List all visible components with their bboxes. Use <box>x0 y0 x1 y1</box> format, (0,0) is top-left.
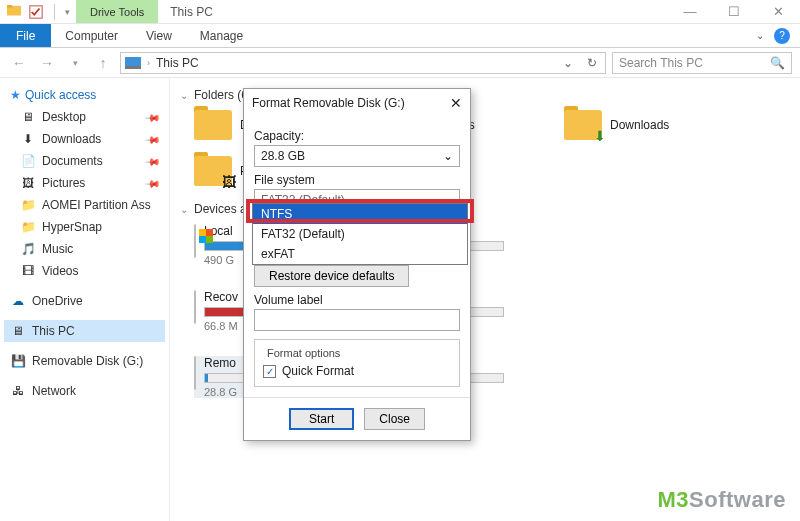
address-dropdown-icon[interactable]: ⌄ <box>559 56 577 70</box>
sidebar-item-pictures[interactable]: 🖼Pictures📌 <box>4 172 165 194</box>
sidebar-onedrive[interactable]: ☁OneDrive <box>4 290 165 312</box>
dialog-close-button[interactable]: ✕ <box>450 95 462 111</box>
folder-icon: 📁 <box>20 219 36 235</box>
quick-format-label: Quick Format <box>282 364 354 378</box>
refresh-icon[interactable]: ↻ <box>583 56 601 70</box>
checkbox-icon: ✓ <box>263 365 276 378</box>
drive-icon <box>194 290 196 324</box>
sidebar-item-downloads[interactable]: ⬇Downloads📌 <box>4 128 165 150</box>
sidebar-item-documents[interactable]: 📄Documents📌 <box>4 150 165 172</box>
ribbon-tab-computer[interactable]: Computer <box>51 24 132 47</box>
sidebar-quick-access-label: Quick access <box>25 88 96 102</box>
sidebar-item-label: Downloads <box>42 132 101 146</box>
sidebar-item-hypersnap[interactable]: 📁HyperSnap <box>4 216 165 238</box>
format-options-legend: Format options <box>263 347 344 359</box>
app-icon <box>6 4 22 20</box>
usb-icon: 💾 <box>10 353 26 369</box>
window-title: This PC <box>158 0 668 23</box>
volume-label-input[interactable] <box>254 309 460 331</box>
onedrive-icon: ☁ <box>10 293 26 309</box>
chevron-down-icon: ⌄ <box>443 149 453 163</box>
quick-format-checkbox[interactable]: ✓ Quick Format <box>263 364 451 378</box>
sidebar-network[interactable]: 🖧Network <box>4 380 165 402</box>
help-icon[interactable]: ? <box>774 28 790 44</box>
sidebar-item-label: OneDrive <box>32 294 83 308</box>
sidebar-item-aomei[interactable]: 📁AOMEI Partition Ass <box>4 194 165 216</box>
search-icon: 🔍 <box>770 56 785 70</box>
sidebar-quick-access[interactable]: ★ Quick access <box>4 84 165 106</box>
videos-icon: 🎞 <box>20 263 36 279</box>
sidebar-removable-disk[interactable]: 💾Removable Disk (G:) <box>4 350 165 372</box>
pin-icon: 📌 <box>145 153 161 169</box>
checkbox-icon[interactable] <box>28 4 44 20</box>
downloads-icon: ⬇ <box>20 131 36 147</box>
ribbon-collapse-icon[interactable]: ⌄ <box>756 30 764 41</box>
picture-icon: 🖼 <box>222 174 236 190</box>
window-titlebar: ▾ Drive Tools This PC — ☐ ✕ <box>0 0 800 24</box>
documents-icon: 📄 <box>20 153 36 169</box>
sidebar-item-label: HyperSnap <box>42 220 102 234</box>
breadcrumb[interactable]: This PC <box>156 56 199 70</box>
contextual-tab-drive-tools[interactable]: Drive Tools <box>76 0 158 23</box>
nav-back-button[interactable]: ← <box>8 55 30 71</box>
capacity-select[interactable]: 28.8 GB ⌄ <box>254 145 460 167</box>
filesystem-label: File system <box>254 173 460 187</box>
nav-up-button[interactable]: ↑ <box>92 55 114 71</box>
close-button[interactable]: Close <box>364 408 425 430</box>
chevron-down-icon: ⌄ <box>180 90 188 101</box>
sidebar-item-label: Network <box>32 384 76 398</box>
sidebar-item-label: Documents <box>42 154 103 168</box>
sidebar-item-label: Removable Disk (G:) <box>32 354 143 368</box>
folder-label: Downloads <box>610 118 669 132</box>
filesystem-option-ntfs[interactable]: NTFS <box>253 204 467 224</box>
filesystem-dropdown-list: NTFS FAT32 (Default) exFAT <box>252 203 468 265</box>
ribbon-tab-manage[interactable]: Manage <box>186 24 257 47</box>
volume-label-label: Volume label <box>254 293 460 307</box>
desktop-icon: 🖥 <box>20 109 36 125</box>
breadcrumb-sep: › <box>147 58 150 68</box>
ribbon: File Computer View Manage ⌄ ? <box>0 24 800 48</box>
format-dialog: Format Removable Disk (G:) ✕ Capacity: 2… <box>243 88 471 441</box>
ribbon-file[interactable]: File <box>0 24 51 47</box>
drive-icon <box>194 224 196 258</box>
this-pc-icon: 🖥 <box>10 323 26 339</box>
restore-defaults-button[interactable]: Restore device defaults <box>254 265 409 287</box>
ribbon-help-area: ⌄ ? <box>746 24 800 47</box>
sidebar-item-desktop[interactable]: 🖥Desktop📌 <box>4 106 165 128</box>
search-placeholder: Search This PC <box>619 56 703 70</box>
search-input[interactable]: Search This PC 🔍 <box>612 52 792 74</box>
sidebar-this-pc[interactable]: 🖥This PC <box>4 320 165 342</box>
watermark-text: Software <box>689 487 786 512</box>
folder-icon <box>194 110 232 140</box>
minimize-button[interactable]: — <box>668 0 712 23</box>
watermark-brand: M3 <box>658 487 690 512</box>
ribbon-tab-view[interactable]: View <box>132 24 186 47</box>
sidebar-item-label: This PC <box>32 324 75 338</box>
pin-icon: 📌 <box>145 109 161 125</box>
quick-access-toolbar: ▾ <box>0 0 76 23</box>
nav-history-dropdown[interactable]: ▾ <box>64 58 86 68</box>
folder-icon: 📁 <box>20 197 36 213</box>
network-icon: 🖧 <box>10 383 26 399</box>
close-button[interactable]: ✕ <box>756 0 800 23</box>
star-icon: ★ <box>10 88 21 102</box>
filesystem-option-exfat[interactable]: exFAT <box>253 244 467 264</box>
dialog-titlebar: Format Removable Disk (G:) ✕ <box>244 89 470 117</box>
maximize-button[interactable]: ☐ <box>712 0 756 23</box>
filesystem-option-fat32[interactable]: FAT32 (Default) <box>253 224 467 244</box>
svg-rect-1 <box>7 5 12 8</box>
capacity-value: 28.8 GB <box>261 149 305 163</box>
sidebar-item-label: Videos <box>42 264 78 278</box>
folder-downloads[interactable]: ⬇ Downloads <box>564 110 754 140</box>
qat-dropdown-icon[interactable]: ▾ <box>65 7 70 17</box>
download-arrow-icon: ⬇ <box>594 128 606 144</box>
start-button[interactable]: Start <box>289 408 354 430</box>
separator <box>54 4 55 20</box>
music-icon: 🎵 <box>20 241 36 257</box>
sidebar-item-videos[interactable]: 🎞Videos <box>4 260 165 282</box>
address-bar[interactable]: › This PC ⌄ ↻ <box>120 52 606 74</box>
sidebar-item-label: Pictures <box>42 176 85 190</box>
nav-forward-button[interactable]: → <box>36 55 58 71</box>
navigation-pane: ★ Quick access 🖥Desktop📌 ⬇Downloads📌 📄Do… <box>0 78 170 521</box>
sidebar-item-music[interactable]: 🎵Music <box>4 238 165 260</box>
